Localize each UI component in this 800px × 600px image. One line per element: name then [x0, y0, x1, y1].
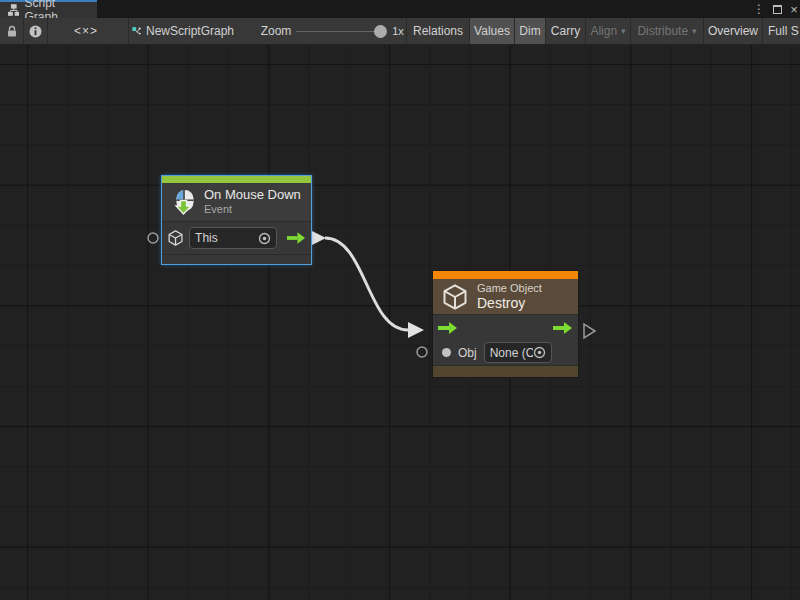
info-button[interactable]: [24, 18, 47, 44]
toolbar-button-fullscreen[interactable]: Full S: [763, 18, 800, 44]
window-close-button[interactable]: ×: [787, 0, 800, 18]
window-maximize-button[interactable]: [770, 0, 784, 18]
info-icon: [29, 25, 42, 38]
flow-output-port-icon[interactable]: [553, 321, 573, 335]
connection-arrowhead-start-icon: [312, 231, 326, 245]
lock-button[interactable]: [0, 18, 23, 44]
node-subtitle: Event: [204, 203, 301, 216]
node-category: Game Object: [477, 282, 542, 295]
game-object-cube-icon: [441, 283, 469, 311]
node-destroy[interactable]: Game Object Destroy Obj None: [432, 270, 579, 378]
zoom-slider-track[interactable]: [296, 31, 384, 32]
toolbar-button-relations[interactable]: Relations: [407, 18, 469, 44]
graph-asset-icon: [132, 24, 141, 38]
port-target-on-mouse-down[interactable]: [148, 233, 158, 243]
connection-arrowhead-end-icon: [408, 322, 424, 338]
obj-field-value: None (O: [490, 346, 533, 360]
object-picker-icon[interactable]: [533, 346, 546, 359]
node-footer: [162, 254, 311, 264]
node-accent-bar: [433, 271, 578, 279]
mouse-down-icon: [170, 189, 196, 215]
game-object-cube-icon: [167, 229, 184, 247]
toolbar-button-carry[interactable]: Carry: [546, 18, 585, 44]
code-view-button[interactable]: <×>: [48, 18, 124, 44]
target-object-field[interactable]: This: [189, 227, 277, 249]
connection-wire[interactable]: [325, 238, 408, 330]
graph-canvas[interactable]: On Mouse Down Event This: [0, 45, 800, 600]
obj-field[interactable]: None (O: [484, 342, 552, 363]
object-picker-icon[interactable]: [258, 232, 271, 245]
port-exit-destroy[interactable]: [584, 324, 595, 338]
node-port-row: This: [162, 221, 311, 254]
toolbar-button-overview[interactable]: Overview: [704, 18, 762, 44]
zoom-value: 1x: [389, 18, 407, 44]
tab-strip: Script Graph ⋮ ×: [0, 0, 800, 18]
dropdown-arrow-icon: ▾: [621, 26, 626, 36]
value-port-row: Obj None (O: [433, 341, 578, 366]
toolbar-button-align[interactable]: Align ▾: [586, 18, 630, 44]
tab-script-graph[interactable]: Script Graph: [0, 0, 97, 18]
port-label: Obj: [458, 346, 477, 360]
graph-asset-button[interactable]: NewScriptGraph: [132, 18, 234, 44]
window-menu-button[interactable]: ⋮: [752, 0, 766, 18]
flow-output-port-icon[interactable]: [287, 231, 306, 245]
zoom-label: Zoom: [258, 18, 294, 44]
flow-port-row: [433, 315, 578, 340]
toolbar-button-values[interactable]: Values: [470, 18, 514, 44]
node-title: Destroy: [477, 295, 542, 311]
zoom-slider-handle[interactable]: [374, 25, 387, 38]
node-on-mouse-down[interactable]: On Mouse Down Event This: [161, 175, 312, 265]
node-footer: [433, 365, 578, 377]
node-port-rows: Obj None (O: [433, 314, 578, 365]
graph-toolbar: <×> NewScriptGraph Zoom 1x Relations Val…: [0, 18, 800, 45]
node-accent-bar: [162, 176, 311, 183]
node-header[interactable]: Game Object Destroy: [433, 279, 578, 314]
connection-layer: [0, 45, 800, 600]
divider: [128, 18, 129, 44]
target-object-value: This: [195, 231, 258, 245]
toolbar-button-distribute[interactable]: Distribute ▾: [631, 18, 703, 44]
lock-icon: [6, 25, 18, 38]
node-header[interactable]: On Mouse Down Event: [162, 183, 311, 221]
graph-name: NewScriptGraph: [146, 24, 234, 38]
toolbar-button-dim[interactable]: Dim: [515, 18, 545, 44]
script-graph-icon: [8, 4, 19, 16]
dropdown-arrow-icon: ▾: [692, 26, 697, 36]
node-title: On Mouse Down: [204, 188, 301, 203]
maximize-icon: [773, 5, 782, 14]
flow-input-port-icon[interactable]: [438, 321, 458, 335]
port-obj-destroy[interactable]: [417, 347, 427, 357]
value-port-icon[interactable]: [442, 348, 451, 357]
